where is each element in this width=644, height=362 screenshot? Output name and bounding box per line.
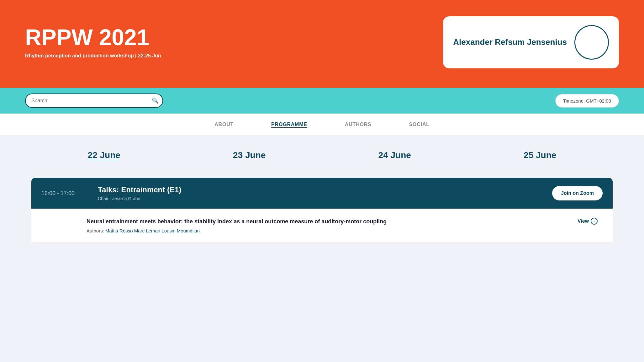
schedule: 16:00 - 17:00 Talks: Entrainment (E1) Ch…: [0, 165, 644, 261]
tab-25-june[interactable]: 25 June: [524, 148, 556, 162]
session-title: Talks: Entrainment (E1): [98, 185, 540, 194]
paper-item: Neural entrainment meets behavior: the s…: [31, 209, 613, 242]
programme-tabs: 22 June 23 June 24 June 25 June: [0, 136, 644, 165]
author-1[interactable]: Mattia Rosso: [105, 228, 133, 233]
nav: ABOUT PROGRAMME AUTHORS SOCIAL: [0, 114, 644, 136]
tab-22-june[interactable]: 22 June: [88, 148, 120, 162]
header: RPPW 2021 Rhythm perception and producti…: [0, 0, 644, 88]
session-time: 16:00 - 17:00: [41, 190, 85, 197]
view-link[interactable]: View →: [578, 218, 603, 225]
nav-authors[interactable]: AUTHORS: [345, 120, 372, 129]
session-info: Talks: Entrainment (E1) Chair - Jessica …: [98, 185, 540, 201]
paper-title: Neural entrainment meets behavior: the s…: [87, 218, 571, 226]
view-label: View: [578, 218, 589, 224]
search-bar: 🔍 Timezone: GMT+02:00: [0, 88, 644, 114]
profile-card: Alexander Refsum Jensenius: [443, 16, 619, 68]
tab-24-june[interactable]: 24 June: [378, 148, 411, 162]
search-input[interactable]: [25, 93, 163, 108]
search-icon: 🔍: [152, 97, 159, 104]
site-title: RPPW 2021: [25, 26, 161, 49]
paper-authors: Authors: Mattia Rosso Marc Leman Lousin …: [87, 228, 571, 233]
author-2[interactable]: Marc Leman: [134, 228, 160, 233]
site-subtitle: Rhythm perception and production worksho…: [25, 53, 161, 59]
authors-prefix: Authors:: [87, 228, 105, 233]
search-wrapper: 🔍: [25, 93, 163, 108]
paper-content: Neural entrainment meets behavior: the s…: [87, 218, 571, 233]
nav-programme[interactable]: PROGRAMME: [271, 120, 307, 129]
timezone-badge: Timezone: GMT+02:00: [555, 94, 619, 108]
profile-name: Alexander Refsum Jensenius: [453, 37, 567, 47]
nav-social[interactable]: SOCIAL: [409, 120, 430, 129]
avatar: [574, 25, 609, 60]
session-block: 16:00 - 17:00 Talks: Entrainment (E1) Ch…: [31, 178, 613, 209]
author-3[interactable]: Lousin Moumdijan: [161, 228, 200, 233]
arrow-circle-icon: →: [591, 218, 598, 225]
header-left: RPPW 2021 Rhythm perception and producti…: [25, 26, 161, 59]
session-chair: Chair - Jessica Grahn: [98, 196, 540, 201]
tab-23-june[interactable]: 23 June: [233, 148, 266, 162]
join-zoom-button[interactable]: Join on Zoom: [552, 186, 603, 200]
nav-about[interactable]: ABOUT: [214, 120, 234, 129]
